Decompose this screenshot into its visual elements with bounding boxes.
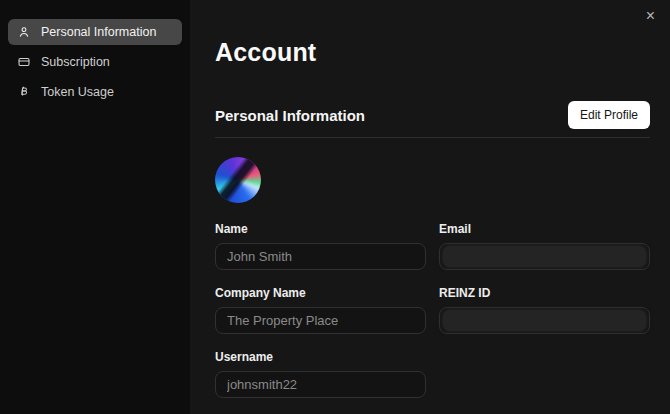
account-modal: Personal Information Subscription [0, 0, 670, 414]
section-title: Personal Information [215, 107, 365, 124]
page-title: Account [215, 40, 650, 65]
edit-profile-button[interactable]: Edit Profile [568, 101, 650, 129]
avatar-streak [215, 157, 261, 203]
username-field: Username [215, 350, 426, 398]
personal-information-form: Name Email Company Name REINZ ID [215, 222, 650, 398]
section-header: Personal Information Edit Profile [215, 101, 650, 129]
name-input[interactable] [215, 243, 426, 270]
sidebar-item-token-usage[interactable]: Token Usage [8, 79, 182, 105]
main-panel: × Account Personal Information Edit Prof… [190, 0, 670, 414]
reinz-id-label: REINZ ID [439, 286, 650, 300]
sidebar: Personal Information Subscription [0, 0, 190, 414]
reinz-id-input[interactable] [439, 307, 650, 334]
avatar[interactable] [215, 157, 261, 203]
sidebar-item-label: Subscription [41, 55, 110, 69]
credit-card-icon [17, 55, 31, 69]
close-icon[interactable]: × [642, 6, 659, 26]
email-field: Email [439, 222, 650, 270]
name-field: Name [215, 222, 426, 270]
sidebar-item-label: Personal Information [41, 25, 156, 39]
reinz-id-field: REINZ ID [439, 286, 650, 334]
email-input[interactable] [439, 243, 650, 270]
company-name-input[interactable] [215, 307, 426, 334]
sidebar-item-subscription[interactable]: Subscription [8, 49, 182, 75]
sidebar-item-personal-information[interactable]: Personal Information [8, 19, 182, 45]
sidebar-item-label: Token Usage [41, 85, 114, 99]
company-name-field: Company Name [215, 286, 426, 334]
username-label: Username [215, 350, 426, 364]
user-icon [17, 25, 31, 39]
bitcoin-icon [17, 85, 31, 99]
name-label: Name [215, 222, 426, 236]
email-label: Email [439, 222, 650, 236]
username-input[interactable] [215, 371, 426, 398]
company-name-label: Company Name [215, 286, 426, 300]
section-divider [215, 137, 650, 138]
